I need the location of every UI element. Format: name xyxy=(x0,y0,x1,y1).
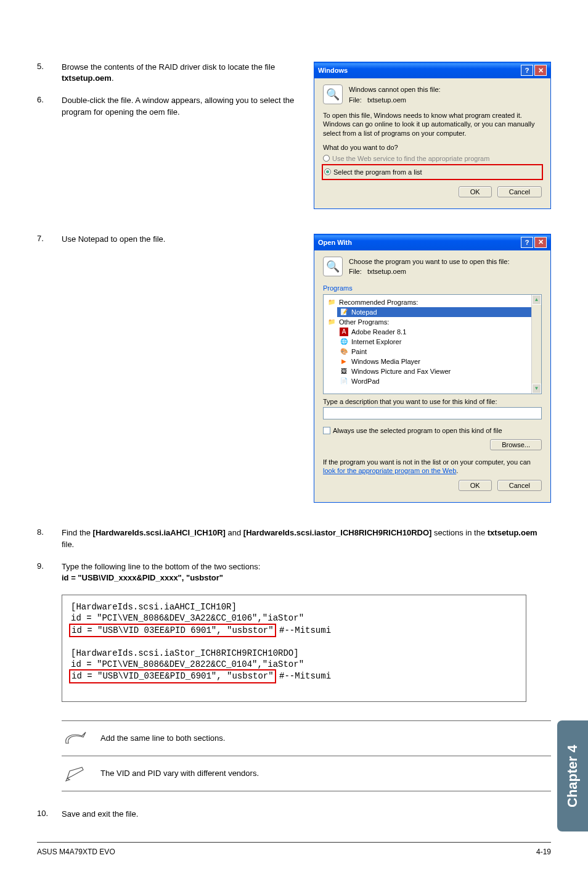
note-icon xyxy=(62,728,89,748)
note-1-text: Add the same line to both sections. xyxy=(100,733,225,743)
scroll-up-icon[interactable]: ▲ xyxy=(532,295,541,305)
dialog1-question: What do you want to do? xyxy=(323,144,542,151)
close-icon[interactable]: ✕ xyxy=(534,65,547,76)
scrollbar[interactable]: ▲ ▼ xyxy=(531,295,541,394)
step-9-num: 9. xyxy=(37,561,62,584)
recommended-label: Recommended Programs: xyxy=(339,299,418,306)
chapter-tab: Chapter 4 xyxy=(557,720,588,831)
notepad-item[interactable]: Notepad xyxy=(351,308,377,316)
other-programs-label: Other Programs: xyxy=(339,318,389,326)
open-with-dialog: Open With ? ✕ 🔍 Choose the program you w… xyxy=(314,234,551,503)
dialog1-file-label: File: xyxy=(349,96,362,104)
wmp-icon: ▶ xyxy=(340,357,348,366)
note-2-text: The VID and PID vary with different vend… xyxy=(100,769,259,778)
step-10-num: 10. xyxy=(37,809,62,820)
picviewer-icon: 🖼 xyxy=(340,367,348,376)
prog-item[interactable]: Paint xyxy=(351,348,367,355)
step-5-text: Browse the contents of the RAID driver d… xyxy=(62,62,301,84)
paint-icon: 🎨 xyxy=(340,347,348,356)
always-checkbox[interactable] xyxy=(323,427,330,434)
windows-dialog: Windows ? ✕ 🔍 Windows cannot open this f… xyxy=(314,62,551,209)
ok-button[interactable]: OK xyxy=(459,480,492,491)
step-6-text: Double-click the file. A window appears,… xyxy=(62,95,301,117)
always-label: Always use the selected program to open … xyxy=(333,427,502,434)
notepad-icon: 📝 xyxy=(340,308,348,316)
browse-button[interactable]: Browse... xyxy=(490,439,542,450)
folder-icon: 📁 xyxy=(327,318,336,326)
cancel-button[interactable]: Cancel xyxy=(497,480,542,491)
code-block: [HardwareIds.scsi.iaAHCI_ICH10R] id = "P… xyxy=(62,595,526,701)
step-8-num: 8. xyxy=(37,527,62,550)
prog-item[interactable]: Internet Explorer xyxy=(351,338,401,345)
ok-button[interactable]: OK xyxy=(459,186,492,197)
prog-item[interactable]: Windows Picture and Fax Viewer xyxy=(351,368,451,375)
close-icon[interactable]: ✕ xyxy=(534,237,547,248)
dialog2-footer-b: . xyxy=(456,467,458,474)
scroll-down-icon[interactable]: ▼ xyxy=(532,384,541,394)
ie-icon: 🌐 xyxy=(340,337,348,346)
radio-web[interactable] xyxy=(323,155,330,162)
step-5-num: 5. xyxy=(37,62,62,84)
footer-right: 4-19 xyxy=(536,848,551,856)
description-input[interactable] xyxy=(323,407,542,419)
step-7-num: 7. xyxy=(37,234,62,245)
dialog2-footer-a: If the program you want is not in the li… xyxy=(323,458,531,466)
footer-left: ASUS M4A79XTD EVO xyxy=(37,848,115,856)
help-icon[interactable]: ? xyxy=(521,65,533,76)
pencil-icon xyxy=(62,764,89,783)
desc-label: Type a description that you want to use … xyxy=(323,398,542,405)
radio-list[interactable] xyxy=(324,168,331,175)
prog-item[interactable]: Windows Media Player xyxy=(351,358,420,365)
prog-item[interactable]: Adobe Reader 8.1 xyxy=(351,328,406,336)
dialog2-title: Open With xyxy=(318,239,352,246)
folder-icon: 📁 xyxy=(327,298,336,307)
prog-item[interactable]: WordPad xyxy=(351,377,380,385)
help-icon[interactable]: ? xyxy=(521,237,533,248)
dialog2-file-name: txtsetup.oem xyxy=(367,268,406,275)
step-10-text: Save and exit the file. xyxy=(62,809,551,820)
web-link[interactable]: look for the appropriate program on the … xyxy=(323,467,456,474)
adobe-icon: A xyxy=(340,328,348,336)
cancel-button[interactable]: Cancel xyxy=(497,186,542,197)
dialog1-opt1: Use the Web service to find the appropri… xyxy=(332,155,489,162)
dialog1-file-name: txtsetup.oem xyxy=(367,96,406,104)
dialog1-desc: To open this file, Windows needs to know… xyxy=(323,111,542,138)
file-icon: 🔍 xyxy=(323,257,343,276)
step-8-text: Find the [HardwareIds.scsi.iaAHCI_ICH10R… xyxy=(62,527,551,550)
dialog2-file-label: File: xyxy=(349,268,362,275)
dialog2-msg: Choose the program you want to use to op… xyxy=(349,257,542,267)
file-icon: 🔍 xyxy=(323,85,343,104)
dialog1-opt2: Select the program from a list xyxy=(333,168,422,176)
wordpad-icon: 📄 xyxy=(340,377,348,386)
dialog1-msg: Windows cannot open this file: xyxy=(349,85,542,95)
programs-list[interactable]: 📁Recommended Programs: 📝Notepad 📁Other P… xyxy=(323,294,542,394)
step-6-num: 6. xyxy=(37,95,62,117)
programs-label: Programs xyxy=(323,283,542,294)
step-7-text: Use Notepad to open the file. xyxy=(62,234,301,245)
step-9-text: Type the following line to the bottom of… xyxy=(62,561,551,584)
dialog1-title: Windows xyxy=(318,67,348,74)
